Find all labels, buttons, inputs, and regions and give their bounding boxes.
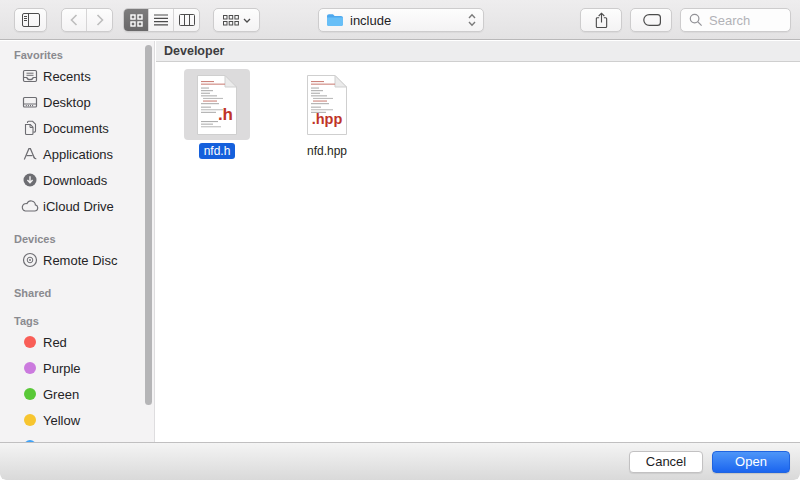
tag-icon bbox=[641, 14, 661, 26]
sidebar-section-tags: Tags bbox=[14, 313, 154, 329]
current-folder-label: include bbox=[350, 13, 391, 28]
search-field[interactable] bbox=[680, 8, 791, 32]
sidebar-item-tag-purple[interactable]: Purple bbox=[0, 355, 154, 381]
sidebar-section-favorites: Favorites bbox=[14, 47, 154, 63]
back-chevron-icon bbox=[70, 14, 78, 26]
sidebar-item-applications[interactable]: Applications bbox=[0, 141, 154, 167]
open-button[interactable]: Open bbox=[712, 451, 790, 473]
arrange-grid-icon bbox=[223, 15, 239, 26]
file-name-label: nfd.h bbox=[199, 143, 236, 159]
sidebar-item-downloads[interactable]: Downloads bbox=[0, 167, 154, 193]
popup-chevrons-icon bbox=[468, 13, 476, 27]
sidebar-item-desktop[interactable]: Desktop bbox=[0, 89, 154, 115]
search-icon bbox=[689, 13, 703, 27]
sidebar-item-documents[interactable]: Documents bbox=[0, 115, 154, 141]
forward-button[interactable] bbox=[87, 9, 112, 31]
forward-chevron-icon bbox=[96, 14, 104, 26]
sidebar-item-label: Desktop bbox=[43, 95, 91, 110]
header-file-icon: .h bbox=[194, 75, 240, 135]
sidebar-item-label: Downloads bbox=[43, 173, 107, 188]
folder-icon bbox=[326, 13, 344, 27]
column-view-button[interactable] bbox=[174, 9, 199, 31]
sidebar-item-label: Applications bbox=[43, 147, 113, 162]
sidebar-item-label: Red bbox=[43, 335, 67, 350]
sidebar-scrollbar-thumb[interactable] bbox=[145, 45, 152, 405]
sidebar-item-label: Green bbox=[43, 387, 79, 402]
tag-dot-green-icon bbox=[24, 388, 36, 400]
tag-dot-red-icon bbox=[24, 336, 36, 348]
file-extension-label: .h bbox=[218, 105, 233, 124]
list-view-button[interactable] bbox=[149, 9, 174, 31]
dialog-footer: Cancel Open bbox=[0, 442, 800, 480]
arrange-button[interactable] bbox=[213, 8, 260, 32]
share-button[interactable] bbox=[580, 8, 622, 32]
recents-icon bbox=[17, 68, 43, 84]
sidebar-item-icloud-drive[interactable]: iCloud Drive bbox=[0, 193, 154, 219]
sidebar-item-tag-blue-clipped[interactable] bbox=[0, 433, 154, 442]
file-icon-highlight: .h bbox=[184, 69, 250, 140]
sidebar-item-label: Yellow bbox=[43, 413, 80, 428]
sidebar-item-tag-green[interactable]: Green bbox=[0, 381, 154, 407]
file-item-nfd-h[interactable]: .h nfd.h bbox=[182, 69, 252, 159]
tag-button[interactable] bbox=[630, 8, 672, 32]
group-header: Developer bbox=[156, 41, 800, 62]
sidebar-item-label: Purple bbox=[43, 361, 81, 376]
sidebar-toggle-button[interactable] bbox=[14, 8, 47, 32]
file-item-nfd-hpp[interactable]: .hpp nfd.hpp bbox=[292, 69, 362, 159]
applications-icon bbox=[17, 146, 43, 162]
search-input[interactable] bbox=[707, 12, 779, 29]
sidebar-item-tag-red[interactable]: Red bbox=[0, 329, 154, 355]
sidebar-item-label: Recents bbox=[43, 69, 91, 84]
disc-icon bbox=[17, 252, 43, 268]
column-view-icon bbox=[179, 14, 195, 26]
file-grid: .h nfd.h bbox=[156, 62, 800, 159]
finder-open-dialog: include Favorites bbox=[0, 0, 800, 480]
sidebar-item-label: Documents bbox=[43, 121, 109, 136]
view-mode-segmented-control bbox=[123, 8, 200, 32]
tag-dot-yellow-icon bbox=[24, 414, 36, 426]
file-name-label: nfd.hpp bbox=[302, 143, 352, 159]
file-extension-label: .hpp bbox=[312, 111, 343, 127]
sidebar-item-remote-disc[interactable]: Remote Disc bbox=[0, 247, 154, 273]
icon-view-button[interactable] bbox=[124, 9, 149, 31]
share-icon bbox=[594, 12, 609, 29]
sidebar-section-shared: Shared bbox=[14, 285, 154, 301]
cancel-button[interactable]: Cancel bbox=[629, 451, 703, 473]
sidebar: Favorites Recents Desktop Documents Appl… bbox=[0, 41, 155, 442]
toolbar: include bbox=[0, 0, 800, 40]
sidebar-item-label: Remote Disc bbox=[43, 253, 117, 268]
folder-popup-button[interactable]: include bbox=[318, 8, 484, 32]
sidebar-section-devices: Devices bbox=[14, 231, 154, 247]
tag-dot-purple-icon bbox=[24, 362, 36, 374]
sidebar-item-tag-yellow[interactable]: Yellow bbox=[0, 407, 154, 433]
desktop-icon bbox=[17, 94, 43, 110]
chevron-down-icon bbox=[243, 18, 251, 23]
sidebar-item-recents[interactable]: Recents bbox=[0, 63, 154, 89]
back-button[interactable] bbox=[62, 9, 87, 31]
sidebar-toggle-icon bbox=[22, 13, 40, 27]
icloud-drive-icon bbox=[17, 200, 43, 212]
documents-icon bbox=[17, 120, 43, 136]
file-browser-pane: Developer bbox=[156, 41, 800, 442]
header-file-icon: .hpp bbox=[304, 75, 350, 135]
list-view-lines-icon bbox=[154, 14, 168, 26]
sidebar-item-label: iCloud Drive bbox=[43, 199, 114, 214]
navigation-buttons bbox=[61, 8, 113, 32]
icon-view-grid-icon bbox=[130, 14, 143, 27]
downloads-icon bbox=[17, 172, 43, 188]
